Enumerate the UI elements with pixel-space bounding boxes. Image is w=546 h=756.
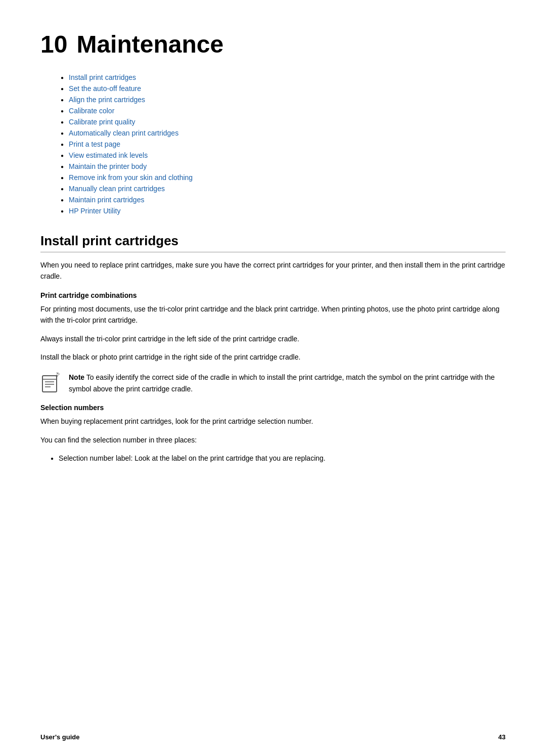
toc-link-manual-clean[interactable]: Manually clean print cartridges [69,185,165,193]
combinations-para3: Install the black or photo print cartrid… [40,351,506,363]
list-item: Selection number label: Look at the labe… [51,453,506,464]
list-item[interactable]: View estimated ink levels [61,151,506,159]
note-label: Note [69,373,84,381]
selection-para1: When buying replacement print cartridges… [40,416,506,427]
note-text: Note To easily identify the correct side… [69,372,506,394]
list-item[interactable]: Install print cartridges [61,73,506,81]
toc-link-autooff[interactable]: Set the auto-off feature [69,84,141,93]
list-item[interactable]: Manually clean print cartridges [61,185,506,193]
toc-link-maintain-cartridges[interactable]: Maintain print cartridges [69,196,144,204]
note-body: To easily identify the correct side of t… [69,373,495,392]
combinations-para1: For printing most documents, use the tri… [40,303,506,326]
toc-link-align[interactable]: Align the print cartridges [69,96,145,104]
section-intro: When you need to replace print cartridge… [40,259,506,282]
svg-text:✦: ✦ [56,373,59,375]
list-item[interactable]: Maintain the printer body [61,162,506,170]
list-item[interactable]: Print a test page [61,140,506,148]
list-item[interactable]: HP Printer Utility [61,207,506,215]
subsection-title-combinations: Print cartridge combinations [40,291,506,299]
footer-left: User's guide [40,733,80,741]
chapter-number: 10 [40,30,67,58]
toc-link-maintain-body[interactable]: Maintain the printer body [69,162,147,170]
selection-para2: You can find the selection number in thr… [40,434,506,446]
chapter-title: 10 Maintenance [40,30,506,58]
note-icon: ✦ ✧ ✦ [40,373,62,394]
footer-right: 43 [498,733,506,741]
section-title-install: Install print cartridges [40,233,506,252]
footer: User's guide 43 [40,733,506,741]
chapter-title-text: Maintenance [76,30,223,58]
toc-link-remove-ink[interactable]: Remove ink from your skin and clothing [69,173,193,182]
bullet-item-1: Selection number label: Look at the labe… [59,453,326,464]
toc-link-calibrate-color[interactable]: Calibrate color [69,107,114,115]
toc-link-calibrate-quality[interactable]: Calibrate print quality [69,118,135,126]
list-item[interactable]: Align the print cartridges [61,96,506,104]
list-item[interactable]: Remove ink from your skin and clothing [61,173,506,182]
list-item[interactable]: Calibrate color [61,107,506,115]
toc-link-hp-utility[interactable]: HP Printer Utility [69,207,120,215]
list-item[interactable]: Maintain print cartridges [61,196,506,204]
toc-link-ink-levels[interactable]: View estimated ink levels [69,151,148,159]
note-box: ✦ ✧ ✦ Note To easily identify the correc… [40,372,506,394]
toc-link-test-page[interactable]: Print a test page [69,140,120,148]
subsection-title-selection: Selection numbers [40,404,506,412]
list-item[interactable]: Automatically clean print cartridges [61,129,506,137]
toc-list: Install print cartridges Set the auto-of… [61,73,506,215]
list-item[interactable]: Set the auto-off feature [61,84,506,93]
toc-link-auto-clean[interactable]: Automatically clean print cartridges [69,129,178,137]
list-item[interactable]: Calibrate print quality [61,118,506,126]
combinations-para2: Always install the tri-color print cartr… [40,333,506,344]
selection-bullet-list: Selection number label: Look at the labe… [51,453,506,464]
toc-link-install[interactable]: Install print cartridges [69,73,136,81]
